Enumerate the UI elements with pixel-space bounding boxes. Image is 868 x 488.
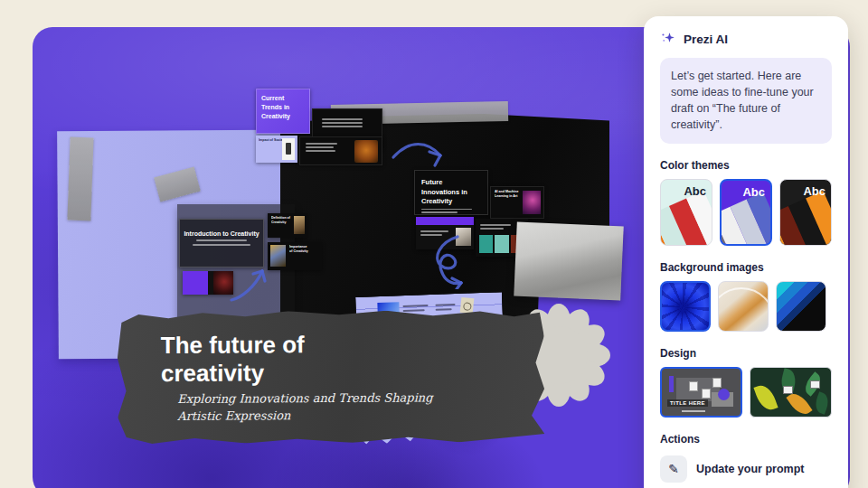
design-thumb-collage-selected[interactable]: TITLE HERE [660, 367, 742, 418]
slide-card-definition[interactable]: Definition of Creativity [268, 213, 307, 238]
slide-title: Importance of Creativity [289, 245, 309, 253]
update-prompt-label: Update your prompt [696, 463, 804, 475]
color-themes-label: Color themes [660, 159, 832, 172]
panel-header: Prezi AI [660, 31, 832, 47]
starburst-shape [718, 389, 730, 400]
design-thumb-leaves[interactable] [750, 367, 832, 418]
slide-title: Current Trends in Creativity [261, 95, 290, 119]
slide-card-ai-art[interactable]: AI and Machine Learning in Art [490, 186, 544, 219]
magenta-photo-thumbnail [523, 191, 541, 214]
slide-title: Future Innovations in Creativity [421, 178, 467, 205]
pencil-icon: ✎ [660, 455, 687, 483]
phone-photo-thumbnail [282, 138, 295, 160]
sparkle-icon [660, 31, 676, 47]
panel-title: Prezi AI [684, 33, 728, 46]
curl-arrow [427, 233, 477, 289]
color-themes-row: Abc Abc Abc [660, 179, 832, 246]
theme-sample-text: Abc [803, 184, 826, 198]
title-paper[interactable]: The future of creativity Exploring Innov… [118, 310, 545, 444]
slide-title: Definition of Creativity [271, 216, 293, 224]
arrow-near-introduction [224, 262, 275, 307]
background-images-row [660, 281, 832, 332]
theme-card-purple-selected[interactable]: Abc [720, 179, 772, 246]
theme-card-dark[interactable]: Abc [779, 179, 832, 246]
purple-block [183, 271, 208, 295]
stamp-sticker [460, 297, 475, 314]
photo-thumbnail [294, 216, 305, 234]
design-row: TITLE HERE [660, 367, 832, 418]
slide-title: Introduction to Creativity [184, 230, 259, 237]
slide-card-importance[interactable]: Importance of Creativity [268, 242, 322, 270]
slide-card-social-media[interactable]: Impact of Social Media [256, 136, 297, 163]
actions-label: Actions [660, 433, 832, 446]
update-prompt-action[interactable]: ✎ Update your prompt [660, 455, 832, 483]
background-thumb-beige-abstract[interactable] [718, 281, 769, 332]
theme-sample-text: Abc [684, 184, 706, 198]
slide-card-current-trends[interactable]: Current Trends in Creativity [256, 89, 310, 134]
bird-photo-thumbnail [354, 140, 378, 163]
slide-title: AI and Machine Learning in Art [495, 190, 525, 198]
design-thumb-title: TITLE HERE [667, 399, 708, 407]
background-thumb-blue-flower-selected[interactable] [660, 281, 711, 332]
arrow-to-future-card [388, 134, 453, 177]
background-thumb-dark-geometric[interactable] [776, 281, 826, 332]
assistant-message: Let’s get started. Here are some ideas t… [660, 58, 832, 144]
slide-card-trends-detail[interactable] [299, 136, 382, 165]
theme-card-light[interactable]: Abc [660, 179, 712, 246]
slide-card-introduction[interactable]: Introduction to Creativity [179, 219, 264, 267]
tape-piece-left [67, 137, 93, 221]
background-images-label: Background images [660, 261, 832, 274]
design-label: Design [660, 347, 832, 360]
presentation-title[interactable]: The future of creativity [161, 331, 351, 387]
prezi-ai-panel: Prezi AI Let’s get started. Here are som… [644, 16, 848, 488]
purple-band [416, 217, 474, 225]
theme-sample-text: Abc [742, 185, 765, 199]
gray-photo [514, 221, 623, 300]
presentation-subtitle[interactable]: Exploring Innovations and Trends Shaping… [177, 389, 458, 425]
